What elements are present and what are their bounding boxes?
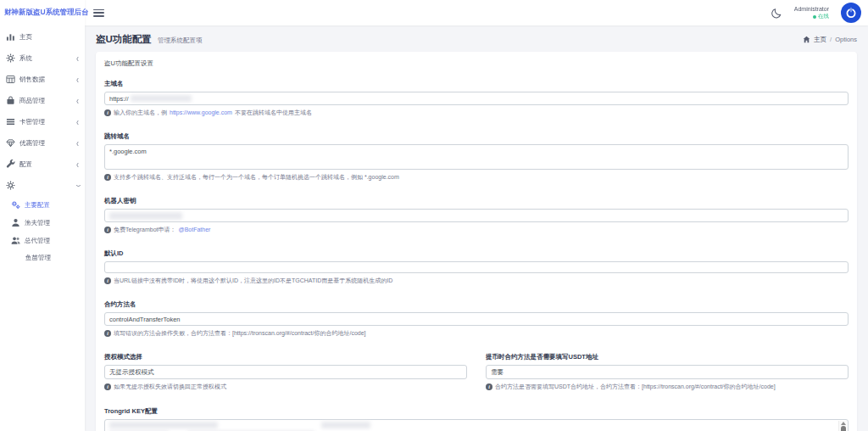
sidebar-item-主页[interactable]: 主页 — [0, 26, 85, 48]
sidebar-menu: 主页系统‹销售数据‹商品管理‹卡密管理‹优惠管理‹配置‹‹ — [0, 26, 85, 196]
help-link[interactable]: https://www.google.com — [170, 109, 232, 116]
contract-method-label: 合约方法名 — [104, 300, 849, 309]
scrollbar[interactable] — [838, 421, 847, 431]
online-dot — [813, 15, 816, 19]
info-icon: i — [104, 277, 111, 284]
page-title: 盗U功能配置 — [96, 34, 152, 44]
sidebar-item-卡密管理[interactable]: 卡密管理‹ — [0, 111, 85, 132]
trongrid-key-textarea[interactable] — [104, 419, 849, 431]
sidebar-item-label: 系统 — [19, 54, 32, 63]
cogs-icon — [11, 200, 20, 210]
config-card: 盗U功能配置设置 主域名 https:// i 输入你的主域名，例 https:… — [96, 52, 857, 431]
sidebar-item-系统[interactable]: 系统‹ — [0, 48, 85, 69]
main-domain-label: 主域名 — [104, 80, 849, 88]
redacted-text — [321, 422, 370, 428]
sidebar-subitem-渔夫管理[interactable]: 渔夫管理 — [0, 214, 85, 232]
topbar: Administrator 在线 — [85, 0, 868, 25]
sidebar-item-配置[interactable]: 配置‹ — [0, 154, 85, 175]
gear-icon — [6, 53, 15, 63]
trongrid-key-label: Trongrid KEY配置 — [104, 407, 849, 416]
info-icon: i — [104, 109, 111, 116]
user-name: Administrator — [794, 5, 829, 13]
chevron-left-icon: ‹ — [76, 97, 79, 104]
redacted-text — [109, 212, 182, 220]
user-icon — [11, 218, 20, 227]
chevron-down-icon: ‹ — [74, 184, 81, 187]
sidebar-item-优惠管理[interactable]: 优惠管理‹ — [0, 132, 85, 154]
sidebar-item-label: 配置 — [19, 160, 32, 169]
chart-bar-icon — [6, 32, 15, 42]
default-id-input[interactable] — [104, 261, 849, 273]
info-icon: i — [104, 174, 111, 181]
sidebar-item-label: 销售数据 — [19, 76, 45, 84]
sidebar-item-商品管理[interactable]: 商品管理‹ — [0, 90, 85, 111]
sidebar-item-label: 优惠管理 — [19, 139, 45, 148]
chevron-left-icon: ‹ — [76, 118, 79, 125]
sidebar-item-label: 渔夫管理 — [25, 219, 50, 227]
sidebar-item-label: 总代管理 — [25, 237, 50, 245]
redacted-text — [131, 95, 192, 102]
sidebar-item-label: 卡密管理 — [19, 118, 45, 126]
field-main-domain: 主域名 https:// i 输入你的主域名，例 https://www.goo… — [104, 80, 849, 116]
main-content: 盗U功能配置 管理系统配置项 主页 / Options 盗U功能配置设置 主域名… — [85, 0, 868, 431]
info-icon: i — [486, 383, 492, 390]
usdt-required-select[interactable]: 需要 — [486, 365, 849, 379]
info-icon: i — [104, 383, 111, 390]
sidebar-subitem-主要配置[interactable]: 主要配置 — [0, 196, 85, 214]
sidebar: 财神新版盗U系统管理后台 主页系统‹销售数据‹商品管理‹卡密管理‹优惠管理‹配置… — [0, 0, 85, 431]
sidebar-item-gear[interactable]: ‹ — [0, 175, 85, 196]
chevron-left-icon: ‹ — [76, 139, 79, 146]
usdt-required-label: 提币时合约方法是否需要填写USDT地址 — [486, 353, 849, 361]
sidebar-subitem-鱼苗管理[interactable]: 鱼苗管理 — [0, 249, 85, 266]
main-domain-input[interactable]: https:// — [104, 92, 849, 105]
field-default-id: 默认ID i 当URL链接中没有携带ID时，将使用这个默认ID，注意这里的ID不… — [104, 249, 849, 284]
bot-secret-input[interactable] — [104, 209, 849, 222]
sidebar-item-label: 主要配置 — [25, 201, 50, 210]
sidebar-submenu: 主要配置渔夫管理总代管理鱼苗管理 — [0, 196, 85, 266]
user-menu[interactable]: Administrator 在线 — [794, 5, 829, 20]
default-id-label: 默认ID — [104, 249, 849, 258]
page-subtitle: 管理系统配置项 — [158, 36, 203, 44]
breadcrumb-home[interactable]: 主页 — [814, 36, 826, 44]
menu-toggle-icon[interactable] — [93, 9, 104, 17]
chevron-left-icon: ‹ — [76, 160, 79, 167]
gem-icon — [6, 138, 15, 148]
scroll-up-icon — [841, 422, 846, 425]
auth-mode-select[interactable]: 无提示授权模式 — [104, 365, 467, 379]
redirect-domain-textarea[interactable]: *.google.com — [104, 144, 849, 170]
breadcrumb-current: Options — [835, 36, 857, 43]
sidebar-item-销售数据[interactable]: 销售数据‹ — [0, 69, 85, 90]
field-redirect-domain: 跳转域名 *.google.com i 支持多个跳转域名、支持泛域名，每行一个为… — [104, 132, 849, 181]
brand-title[interactable]: 财神新版盗U系统管理后台 — [0, 0, 85, 26]
users-icon — [11, 236, 20, 245]
redirect-domain-label: 跳转域名 — [104, 132, 849, 141]
bag-icon — [6, 96, 15, 105]
info-icon: i — [104, 330, 111, 337]
breadcrumb: 主页 / Options — [803, 36, 857, 44]
user-status: 在线 — [818, 13, 829, 20]
bot-secret-label: 机器人密钥 — [104, 197, 849, 205]
chevron-left-icon: ‹ — [76, 76, 79, 82]
field-bot-secret: 机器人密钥 i 免费Telegrambot申请： @BotFather — [104, 197, 849, 233]
sidebar-item-label: 商品管理 — [19, 97, 45, 105]
dark-mode-moon-icon[interactable] — [771, 8, 782, 19]
home-icon — [803, 36, 810, 43]
redacted-text — [109, 422, 218, 428]
field-row-auth-usdt: 授权模式选择 无提示授权模式 i 如果无提示授权失效请切换回正常授权模式 提币时… — [104, 353, 849, 390]
wrench-icon — [6, 160, 15, 169]
chevron-left-icon: ‹ — [76, 54, 79, 61]
power-icon — [845, 7, 857, 19]
scrollbar-thumb — [841, 426, 846, 431]
auth-mode-label: 授权模式选择 — [104, 353, 467, 361]
field-usdt-required: 提币时合约方法是否需要填写USDT地址 需要 i 合约方法是否需要填写USDT合… — [486, 353, 849, 390]
table-icon — [6, 75, 15, 84]
contract-method-input[interactable]: controlAndTransferToken — [104, 312, 849, 326]
field-auth-mode: 授权模式选择 无提示授权模式 i 如果无提示授权失效请切换回正常授权模式 — [104, 353, 467, 390]
avatar[interactable] — [841, 3, 861, 23]
gear-icon — [6, 181, 15, 190]
sidebar-item-label: 鱼苗管理 — [25, 254, 51, 262]
sidebar-subitem-总代管理[interactable]: 总代管理 — [0, 232, 85, 249]
help-link[interactable]: @BotFather — [179, 226, 211, 233]
sidebar-item-label: 主页 — [19, 33, 32, 42]
card-title: 盗U功能配置设置 — [104, 59, 849, 68]
